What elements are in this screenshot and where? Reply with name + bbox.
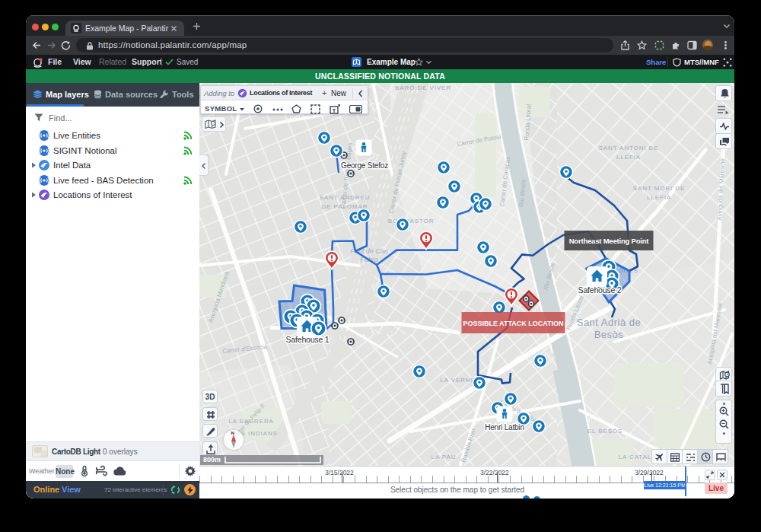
svg-text:POSSIBLE ATTACK LOCATION: POSSIBLE ATTACK LOCATION [463,320,563,327]
svg-text:Henri Latbin: Henri Latbin [485,423,524,432]
svg-text:Sant Adrià de: Sant Adrià de [577,317,642,328]
svg-text:BON PASTOR: BON PASTOR [388,218,435,225]
svg-text:LLEFIÀ: LLEFIÀ [616,154,641,161]
svg-text:SANT MORI DE: SANT MORI DE [633,185,685,192]
svg-text:SANT ANTONI DE: SANT ANTONI DE [599,145,659,151]
svg-text:Northeast Meeting Point: Northeast Meeting Point [569,237,650,245]
svg-text:Besòs: Besòs [594,329,624,340]
svg-text:LLEFIÀ: LLEFIÀ [647,194,671,201]
svg-text:George Stefoz: George Stefoz [341,161,388,170]
svg-text:Safehouse 1: Safehouse 1 [286,335,330,344]
svg-text:LA PAU: LA PAU [431,454,457,460]
svg-text:EL BESÒS: EL BESÒS [587,428,622,435]
svg-text:T: T [333,107,336,114]
svg-text:BARÓ DE VIVER: BARÓ DE VIVER [395,84,451,91]
svg-text:Safehouse 2: Safehouse 2 [578,285,622,295]
